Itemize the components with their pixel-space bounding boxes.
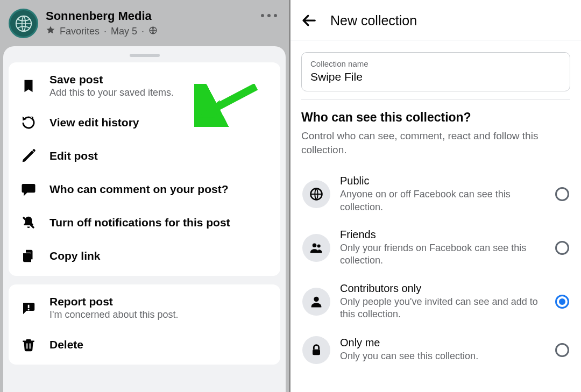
menu-item-report-post[interactable]: Report post I'm concerned about this pos… [9, 288, 280, 328]
person-icon [302, 288, 330, 316]
drag-handle[interactable] [130, 54, 160, 57]
new-collection-body: Collection name Swipe File Who can see t… [290, 40, 581, 383]
comment-icon [19, 180, 38, 198]
friends-icon [302, 234, 330, 262]
history-icon [19, 113, 38, 132]
option-subtitle: Only your friends on Facebook can see th… [340, 242, 545, 267]
more-options-button[interactable] [261, 14, 277, 17]
menu-item-title: Save post [49, 73, 174, 86]
bookmark-icon [19, 77, 38, 95]
menu-item-view-edit-history[interactable]: View edit history [9, 106, 280, 139]
radio-only-me[interactable] [555, 343, 569, 357]
radio-contributors[interactable] [555, 295, 569, 309]
option-title: Friends [340, 229, 545, 241]
menu-item-title: Who can comment on your post? [49, 183, 229, 196]
lock-icon [302, 336, 330, 364]
visibility-description: Control who can see, comment, react and … [301, 129, 570, 156]
new-collection-header: New collection [290, 0, 581, 40]
report-icon [19, 299, 38, 317]
option-title: Public [340, 175, 545, 187]
back-button[interactable] [300, 12, 317, 29]
page-avatar[interactable] [9, 9, 38, 38]
action-sheet: Save post Add this to your saved items. … [3, 46, 286, 392]
menu-item-title: Edit post [49, 149, 98, 162]
menu-card-secondary: Report post I'm concerned about this pos… [9, 284, 280, 365]
visibility-option-friends[interactable]: Friends Only your friends on Facebook ca… [301, 221, 570, 275]
menu-card-primary: Save post Add this to your saved items. … [9, 62, 280, 276]
favorites-label[interactable]: Favorites [60, 26, 100, 37]
menu-item-title: Delete [49, 338, 83, 351]
post-sub-row: Favorites · May 5 · [46, 25, 158, 38]
globe-logo-icon [15, 15, 33, 33]
new-collection-panel: New collection Collection name Swipe Fil… [290, 0, 581, 392]
trash-icon [19, 336, 38, 354]
privacy-globe-icon[interactable] [148, 26, 158, 38]
option-title: Only me [340, 337, 545, 349]
menu-item-delete[interactable]: Delete [9, 328, 280, 361]
menu-item-title: View edit history [49, 116, 139, 129]
menu-item-comment-audience[interactable]: Who can comment on your post? [9, 173, 280, 206]
arrow-left-icon [301, 12, 317, 28]
post-header: Sonnenberg Media Favorites · May 5 · [0, 0, 289, 44]
menu-item-turn-off-notifications[interactable]: Turn off notifications for this post [9, 206, 280, 239]
new-collection-title: New collection [330, 13, 417, 28]
menu-item-edit-post[interactable]: Edit post [9, 139, 280, 173]
option-subtitle: Anyone on or off Facebook can see this c… [340, 188, 545, 213]
menu-item-title: Turn off notifications for this post [49, 216, 230, 229]
menu-item-title: Copy link [49, 250, 101, 262]
svg-rect-9 [26, 344, 27, 349]
option-subtitle: Only you can see this collection. [340, 350, 545, 362]
radio-public[interactable] [555, 187, 569, 201]
post-options-panel: Sonnenberg Media Favorites · May 5 · [0, 0, 290, 392]
svg-point-13 [317, 244, 321, 247]
separator-dot: · [104, 26, 107, 37]
separator-dot: · [141, 26, 144, 37]
pencil-icon [19, 147, 38, 165]
divider [301, 99, 570, 99]
menu-item-copy-link[interactable]: Copy link [9, 239, 280, 273]
page-name[interactable]: Sonnenberg Media [46, 9, 158, 23]
menu-item-title: Report post [49, 295, 179, 308]
post-meta: Sonnenberg Media Favorites · May 5 · [46, 9, 158, 38]
svg-rect-8 [28, 309, 30, 310]
menu-item-subtitle: Add this to your saved items. [49, 87, 174, 98]
menu-item-subtitle: I'm concerned about this post. [49, 309, 179, 320]
collection-name-value: Swipe File [310, 70, 561, 83]
copy-icon [19, 247, 38, 265]
visibility-option-public[interactable]: Public Anyone on or off Facebook can see… [301, 167, 570, 221]
radio-friends[interactable] [555, 241, 569, 255]
collection-name-label: Collection name [310, 59, 561, 68]
svg-rect-10 [30, 344, 31, 349]
bell-off-icon [19, 213, 38, 232]
option-subtitle: Only people you've invited can see and a… [340, 296, 545, 321]
star-icon [46, 25, 55, 38]
globe-icon [302, 180, 330, 208]
option-title: Contributors only [340, 282, 545, 295]
collection-name-field[interactable]: Collection name Swipe File [301, 52, 570, 91]
menu-item-save-post[interactable]: Save post Add this to your saved items. [9, 66, 280, 106]
visibility-option-contributors[interactable]: Contributors only Only people you've inv… [301, 275, 570, 329]
svg-point-14 [314, 296, 318, 301]
svg-rect-7 [28, 304, 30, 308]
svg-rect-15 [313, 349, 320, 355]
visibility-heading: Who can see this collection? [301, 110, 570, 125]
svg-point-12 [313, 244, 316, 247]
post-date[interactable]: May 5 [111, 26, 137, 37]
visibility-option-only-me[interactable]: Only me Only you can see this collection… [301, 329, 570, 372]
